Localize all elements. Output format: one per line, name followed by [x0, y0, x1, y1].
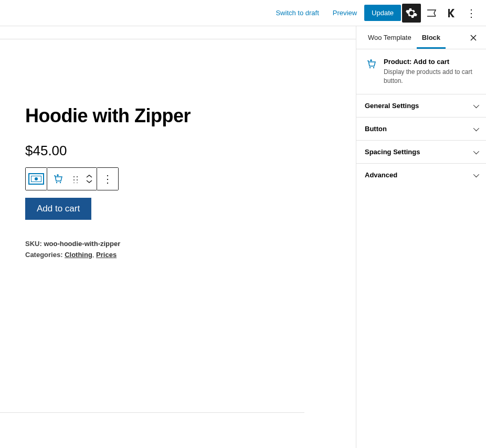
parent-block-button[interactable]: [26, 168, 47, 190]
switch-to-draft-link[interactable]: Switch to draft: [269, 5, 325, 21]
edit-icon: [425, 7, 438, 19]
block-card-title: Product: Add to cart: [384, 58, 478, 66]
svg-point-1: [60, 182, 61, 183]
tab-block[interactable]: Block: [417, 26, 446, 49]
drag-handle[interactable]: [68, 168, 82, 190]
chevron-down-icon: [473, 171, 478, 179]
block-more-button[interactable]: [97, 168, 118, 190]
chevron-down-icon: [473, 102, 478, 110]
category-link-prices[interactable]: Prices: [96, 251, 117, 259]
chevron-down-icon: [473, 148, 478, 156]
move-buttons[interactable]: [82, 168, 97, 190]
block-card: Product: Add to cart Display the product…: [356, 49, 486, 94]
settings-sidebar: Woo Template Block Product: Add to cart …: [356, 26, 486, 448]
product-meta: SKU: woo-hoodie-with-zipper Categories: …: [25, 239, 331, 261]
svg-point-0: [56, 182, 57, 183]
panel-button[interactable]: Button: [356, 118, 486, 141]
block-card-description: Display the products add to cart button.: [384, 68, 478, 86]
canvas-divider: [0, 39, 356, 39]
plugin-button[interactable]: [442, 4, 461, 23]
kadence-icon: [445, 7, 458, 19]
add-to-cart-button[interactable]: Add to cart: [25, 198, 91, 220]
product-title: Hoodie with Zipper: [25, 105, 331, 127]
update-button[interactable]: Update: [364, 5, 401, 21]
group-icon: [28, 173, 44, 185]
panel-general-settings[interactable]: General Settings: [356, 94, 486, 118]
close-icon: [470, 34, 477, 41]
close-sidebar-button[interactable]: [467, 31, 480, 44]
sku-value: woo-hoodie-with-zipper: [44, 240, 120, 248]
block-type-button[interactable]: [47, 168, 68, 190]
appearance-button[interactable]: [422, 4, 441, 23]
editor-canvas[interactable]: Hoodie with Zipper $45.00: [0, 26, 356, 448]
settings-button[interactable]: [402, 4, 421, 23]
chevron-down-icon: [85, 179, 93, 184]
sku-label: SKU:: [25, 240, 44, 248]
panel-advanced[interactable]: Advanced: [356, 164, 486, 187]
chevron-down-icon: [473, 125, 478, 133]
category-link-clothing[interactable]: Clothing: [65, 251, 92, 259]
svg-point-3: [373, 67, 374, 68]
categories-label: Categories:: [25, 251, 65, 259]
drag-icon: [72, 175, 78, 183]
block-toolbar: [25, 167, 119, 190]
editor-top-bar: Switch to draft Preview Update: [0, 0, 486, 26]
chevron-up-icon: [85, 174, 93, 179]
cart-icon: [365, 58, 377, 70]
tab-woo-template[interactable]: Woo Template: [363, 26, 417, 49]
more-options-button[interactable]: [462, 4, 481, 23]
cart-icon: [51, 173, 64, 185]
panel-spacing-settings[interactable]: Spacing Settings: [356, 141, 486, 164]
gear-icon: [405, 7, 418, 19]
preview-link[interactable]: Preview: [326, 5, 363, 21]
svg-point-2: [369, 67, 371, 68]
main-area: Hoodie with Zipper $45.00: [0, 26, 486, 448]
product-price: $45.00: [25, 143, 331, 159]
sidebar-tabs: Woo Template Block: [356, 26, 486, 49]
bottom-divider: [0, 412, 304, 413]
